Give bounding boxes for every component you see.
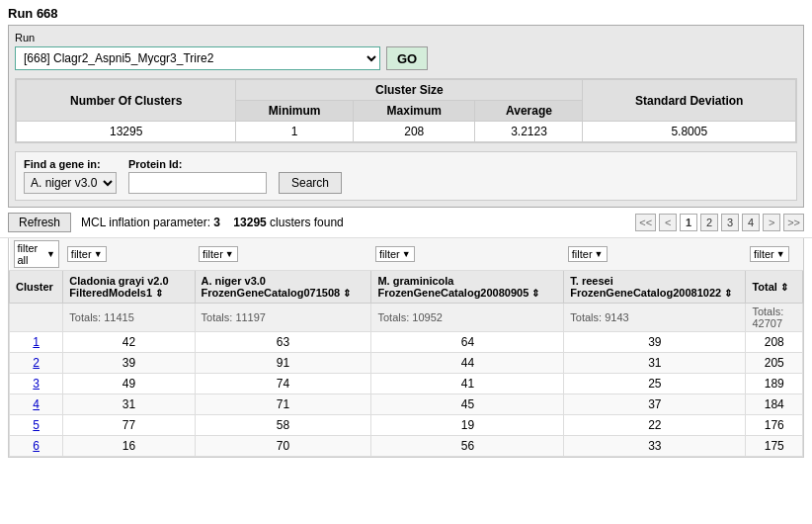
cladonia-cell: 49 bbox=[63, 374, 195, 394]
cluster-link[interactable]: 2 bbox=[33, 356, 40, 370]
filter-total-btn[interactable]: filter ▼ bbox=[750, 246, 789, 262]
cluster-link[interactable]: 3 bbox=[33, 377, 40, 391]
page-prev-btn[interactable]: < bbox=[659, 214, 677, 231]
page-1-btn[interactable]: 1 bbox=[680, 214, 697, 231]
filter-trire-btn[interactable]: filter ▼ bbox=[568, 246, 608, 262]
filter-cladonia-btn[interactable]: filter ▼ bbox=[67, 246, 107, 262]
cluster-link[interactable]: 1 bbox=[33, 335, 40, 349]
trire-cell: 33 bbox=[564, 436, 746, 457]
filter-cladonia-label: filter bbox=[71, 248, 92, 260]
totals-mycgr-cell: Totals: 10952 bbox=[371, 304, 564, 332]
filter-all-arrow: ▼ bbox=[46, 249, 55, 259]
totals-row: Totals: 11415 Totals: 11197 Totals: 1095… bbox=[10, 304, 803, 332]
page-next-btn[interactable]: > bbox=[763, 214, 780, 231]
trire-cell: 31 bbox=[564, 353, 746, 374]
run-select[interactable]: [668] Clagr2_Aspni5_Mycgr3_Trire2 bbox=[15, 46, 380, 70]
table-row: 239914431205 bbox=[10, 353, 803, 374]
trire-cell: 22 bbox=[564, 415, 746, 436]
total-cell: 175 bbox=[746, 436, 803, 457]
trire-cell: 39 bbox=[564, 332, 746, 353]
table-row: 142636439208 bbox=[10, 332, 803, 353]
page-first-btn[interactable]: << bbox=[635, 214, 656, 231]
go-button[interactable]: GO bbox=[386, 46, 428, 70]
cluster-link[interactable]: 5 bbox=[33, 418, 40, 432]
aspni-cell: 70 bbox=[195, 436, 371, 457]
cladonia-cell: 39 bbox=[63, 353, 195, 374]
cluster-cell: 3 bbox=[10, 374, 63, 394]
std-dev-header: Standard Deviation bbox=[583, 80, 796, 122]
column-header-row: Cluster Cladonia grayi v2.0 FilteredMode… bbox=[10, 271, 803, 304]
stats-table: Number Of Clusters Cluster Size Standard… bbox=[15, 78, 797, 143]
filter-trire-label: filter bbox=[572, 248, 593, 260]
filter-trire-arrow: ▼ bbox=[595, 249, 604, 259]
totals-aspni-cell: Totals: 11197 bbox=[195, 304, 371, 332]
total-cell: 176 bbox=[746, 415, 803, 436]
find-gene-group: Find a gene in: A. niger v3.0 bbox=[24, 158, 117, 194]
filter-total-cell: filter ▼ bbox=[746, 238, 803, 271]
cluster-cell: 5 bbox=[10, 415, 63, 436]
table-row: 431714537184 bbox=[10, 394, 803, 415]
totals-cladonia-cell: Totals: 11415 bbox=[63, 304, 195, 332]
minimum-value: 1 bbox=[236, 122, 354, 142]
find-gene-select[interactable]: A. niger v3.0 bbox=[24, 172, 117, 194]
cluster-cell: 4 bbox=[10, 394, 63, 415]
table-row: 577581922176 bbox=[10, 415, 803, 436]
maximum-header: Maximum bbox=[354, 101, 475, 122]
filter-all-btn[interactable]: filter all ▼ bbox=[14, 240, 59, 268]
find-protein-label: Protein Id: bbox=[128, 158, 267, 170]
filter-mycgr-cell: filter ▼ bbox=[371, 238, 564, 271]
mycgr-cell: 44 bbox=[371, 353, 564, 374]
run-row: [668] Clagr2_Aspni5_Mycgr3_Trire2 GO bbox=[15, 46, 797, 70]
mycgr-cell: 45 bbox=[371, 394, 564, 415]
mcl-label: MCL inflation parameter: bbox=[81, 216, 210, 229]
mcl-info: MCL inflation parameter: 3 13295 cluster… bbox=[81, 216, 344, 229]
filter-total-arrow: ▼ bbox=[776, 249, 785, 259]
aspni-cell: 74 bbox=[195, 374, 371, 394]
filter-aspni-label: filter bbox=[203, 248, 223, 260]
cluster-cell: 6 bbox=[10, 436, 63, 457]
totals-cluster-cell bbox=[10, 304, 63, 332]
page-4-btn[interactable]: 4 bbox=[742, 214, 760, 231]
page-title: Run 668 bbox=[0, 0, 812, 25]
pagination: << < 1 2 3 4 > >> bbox=[635, 214, 804, 231]
page-last-btn[interactable]: >> bbox=[783, 214, 804, 231]
page-3-btn[interactable]: 3 bbox=[721, 214, 739, 231]
refresh-button[interactable]: Refresh bbox=[8, 213, 71, 232]
trire-col-header[interactable]: T. reesei FrozenGeneCatalog20081022 bbox=[564, 271, 746, 304]
minimum-header: Minimum bbox=[236, 101, 354, 122]
trire-cell: 37 bbox=[564, 394, 746, 415]
protein-input[interactable] bbox=[128, 172, 267, 194]
filter-aspni-btn[interactable]: filter ▼ bbox=[199, 246, 238, 262]
trire-cell: 25 bbox=[564, 374, 746, 394]
average-header: Average bbox=[475, 101, 583, 122]
maximum-value: 208 bbox=[354, 122, 475, 142]
cluster-link[interactable]: 4 bbox=[33, 397, 40, 411]
aspni-cell: 91 bbox=[195, 353, 371, 374]
cluster-cell: 1 bbox=[10, 332, 63, 353]
total-cell: 205 bbox=[746, 353, 803, 374]
num-clusters-header: Number Of Clusters bbox=[17, 80, 236, 122]
table-row: 616705633175 bbox=[10, 436, 803, 457]
cladonia-cell: 16 bbox=[63, 436, 195, 457]
run-label: Run bbox=[15, 32, 797, 44]
main-panel: Run [668] Clagr2_Aspni5_Mycgr3_Trire2 GO… bbox=[8, 25, 804, 208]
filter-trire-cell: filter ▼ bbox=[564, 238, 746, 271]
aspni-col-header[interactable]: A. niger v3.0 FrozenGeneCatalog071508 bbox=[195, 271, 371, 304]
aspni-cell: 58 bbox=[195, 415, 371, 436]
num-clusters-value: 13295 bbox=[17, 122, 236, 142]
data-rows: 1426364392082399144312053497441251894317… bbox=[10, 332, 803, 457]
page-2-btn[interactable]: 2 bbox=[700, 214, 718, 231]
cladonia-cell: 77 bbox=[63, 415, 195, 436]
filter-mycgr-btn[interactable]: filter ▼ bbox=[375, 246, 415, 262]
filter-mycgr-label: filter bbox=[379, 248, 400, 260]
cluster-size-header: Cluster Size bbox=[236, 80, 583, 101]
cladonia-cell: 42 bbox=[63, 332, 195, 353]
cluster-link[interactable]: 6 bbox=[33, 439, 40, 453]
cladonia-cell: 31 bbox=[63, 394, 195, 415]
total-col-header[interactable]: Total bbox=[746, 271, 803, 304]
std-dev-value: 5.8005 bbox=[583, 122, 796, 142]
search-button[interactable]: Search bbox=[279, 172, 342, 194]
cladonia-col-header[interactable]: Cladonia grayi v2.0 FilteredModels1 bbox=[63, 271, 195, 304]
mycgr-col-header[interactable]: M. graminicola FrozenGeneCatalog20080905 bbox=[371, 271, 564, 304]
table-row: 349744125189 bbox=[10, 374, 803, 394]
